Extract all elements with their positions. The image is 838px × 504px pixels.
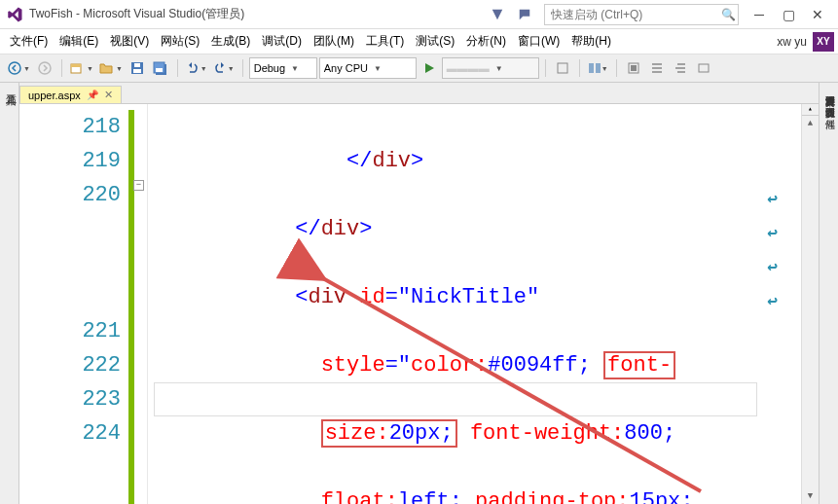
menu-build[interactable]: 生成(B) <box>205 30 256 53</box>
platform-dropdown[interactable]: Any CPU▼ <box>319 57 417 79</box>
tab-label: upper.aspx <box>28 90 81 101</box>
menu-view[interactable]: 视图(V) <box>104 30 155 53</box>
minimize-button[interactable]: ─ <box>745 3 774 26</box>
menu-bar: 文件(F) 编辑(E) 视图(V) 网站(S) 生成(B) 调试(D) 团队(M… <box>0 29 838 54</box>
toolbar-btn-d[interactable] <box>646 57 668 79</box>
toolbar-btn-b[interactable]: ▼ <box>586 57 610 79</box>
menu-website[interactable]: 网站(S) <box>155 30 205 53</box>
start-debug-button[interactable] <box>419 57 440 79</box>
toolbar: ▼ ▼ ▼ ▼ ▼ Debug▼ Any CPU▼ ▬▬▬▬▼ ▼ <box>0 54 838 83</box>
menu-tools[interactable]: 工具(T) <box>360 30 410 53</box>
notifications-icon[interactable] <box>488 5 507 24</box>
menu-analyze[interactable]: 分析(N) <box>460 30 512 53</box>
line-no: 224 <box>19 416 121 450</box>
quick-launch[interactable]: 🔍 <box>544 4 739 25</box>
title-bar: TwoFish - Microsoft Visual Studio(管理员) 🔍… <box>0 0 838 29</box>
search-icon[interactable]: 🔍 <box>718 8 738 21</box>
svg-rect-3 <box>71 64 81 67</box>
user-badge[interactable]: XY <box>813 32 834 52</box>
svg-point-1 <box>39 62 51 74</box>
editor-zone: upper.aspx 📌 ✕ 218 219 220 221 222 223 2… <box>19 83 819 504</box>
line-no: 220 <box>19 178 121 212</box>
properties-tab[interactable]: 属性 <box>820 106 838 118</box>
right-rail: 解决方案资源管理器 团队资源管理器 属性 <box>819 83 838 504</box>
code-body[interactable]: </div> </div> <div id="NickTitle" style=… <box>148 104 801 504</box>
close-button[interactable]: ✕ <box>803 3 832 26</box>
open-file-button[interactable]: ▼ <box>97 57 125 79</box>
line-no: 221 <box>19 314 121 348</box>
document-tab-strip: upper.aspx 📌 ✕ <box>19 83 819 104</box>
svg-rect-12 <box>596 63 601 73</box>
browser-dropdown[interactable]: ▬▬▬▬▼ <box>442 57 539 79</box>
svg-rect-5 <box>133 69 141 73</box>
fold-toggle-icon[interactable]: − <box>133 180 144 191</box>
menu-debug[interactable]: 调试(D) <box>256 30 308 53</box>
maximize-button[interactable]: ▢ <box>774 3 803 26</box>
svg-rect-15 <box>699 64 709 72</box>
vs-logo-icon <box>6 6 23 23</box>
wrap-icon: ↩ <box>767 217 778 251</box>
menu-team[interactable]: 团队(M) <box>308 30 360 53</box>
toolbar-btn-c[interactable] <box>623 57 644 79</box>
line-no: 219 <box>19 144 121 178</box>
toolbar-btn-e[interactable] <box>670 57 691 79</box>
svg-rect-6 <box>134 63 140 67</box>
pin-icon[interactable]: 📌 <box>87 90 98 100</box>
menu-file[interactable]: 文件(F) <box>4 30 54 53</box>
scroll-up-icon[interactable]: ▲ <box>802 116 819 131</box>
redo-button[interactable]: ▼ <box>211 57 237 79</box>
split-handle-icon[interactable]: ▴ <box>802 104 819 116</box>
team-explorer-tab[interactable]: 团队资源管理器 <box>820 94 838 106</box>
vertical-scrollbar[interactable]: ▴ ▲ ▼ <box>801 104 819 504</box>
nav-back-button[interactable]: ▼ <box>6 57 32 79</box>
wrap-icon: ↩ <box>767 183 778 217</box>
line-no: 222 <box>19 348 121 382</box>
solution-explorer-tab[interactable]: 解决方案资源管理器 <box>820 83 838 94</box>
platform-label: Any CPU <box>324 62 368 74</box>
svg-rect-14 <box>631 65 637 71</box>
menu-test[interactable]: 测试(S) <box>410 30 460 53</box>
wrap-icon: ↩ <box>767 251 778 285</box>
code-editor[interactable]: 218 219 220 221 222 223 224 − </div> </d… <box>19 104 819 504</box>
toolbox-tab[interactable]: 工具箱 <box>0 83 19 504</box>
svg-point-0 <box>9 62 20 74</box>
tab-close-icon[interactable]: ✕ <box>104 89 113 101</box>
toolbar-btn-a[interactable] <box>552 57 573 79</box>
window-title: TwoFish - Microsoft Visual Studio(管理员) <box>29 6 244 22</box>
main-area: 工具箱 upper.aspx 📌 ✕ 218 219 220 221 222 2… <box>0 83 838 504</box>
line-number-gutter: 218 219 220 221 222 223 224 <box>19 104 134 504</box>
save-button[interactable] <box>127 57 148 79</box>
menu-help[interactable]: 帮助(H) <box>565 30 617 53</box>
line-no: 218 <box>19 110 121 144</box>
svg-rect-10 <box>558 63 567 73</box>
svg-rect-11 <box>589 63 594 73</box>
user-name[interactable]: xw yu <box>777 35 807 49</box>
svg-rect-9 <box>156 68 163 72</box>
config-dropdown[interactable]: Debug▼ <box>249 57 317 79</box>
feedback-icon[interactable] <box>515 5 534 24</box>
config-label: Debug <box>254 62 285 74</box>
menu-window[interactable]: 窗口(W) <box>512 30 565 53</box>
nav-forward-button[interactable] <box>34 57 55 79</box>
scroll-down-icon[interactable]: ▼ <box>802 488 819 504</box>
quick-launch-input[interactable] <box>545 8 718 21</box>
save-all-button[interactable] <box>150 57 171 79</box>
document-tab-upper[interactable]: upper.aspx 📌 ✕ <box>19 86 122 103</box>
fold-column: − <box>134 104 148 504</box>
line-no: 223 <box>19 382 121 416</box>
wrap-icon: ↩ <box>767 285 778 319</box>
new-project-button[interactable]: ▼ <box>68 57 95 79</box>
undo-button[interactable]: ▼ <box>184 57 209 79</box>
toolbar-btn-f[interactable] <box>693 57 714 79</box>
current-line-highlight <box>154 382 757 416</box>
menu-edit[interactable]: 编辑(E) <box>54 30 104 53</box>
